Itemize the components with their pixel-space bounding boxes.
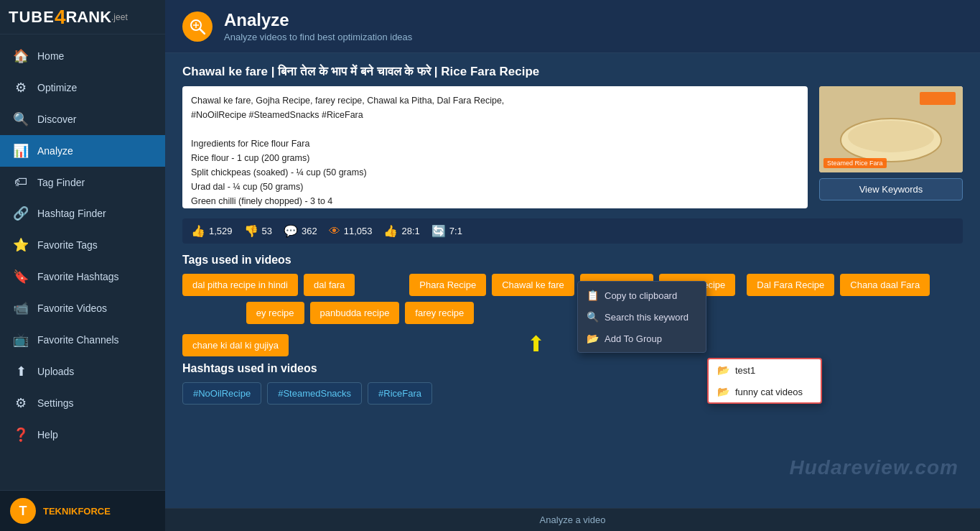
submenu-test1[interactable]: 📂 test1 [709,359,821,381]
submenu-funny-cat[interactable]: 📂 funny cat videos [709,381,821,402]
description-box[interactable]: Chawal ke fare, Gojha Recipe, farey reci… [182,86,808,208]
stat-dislikes: 👎 53 [244,224,272,238]
sidebar-label-discover: Discover [37,114,76,125]
sidebar-label-hashtag-finder: Hashtag Finder [37,208,106,219]
sidebar-item-uploads[interactable]: ⬆ Uploads [0,356,165,387]
footer-brand: TEKNIKFORCE [43,506,111,517]
ratio1-icon: 👍 [383,224,398,238]
favorite-hashtags-icon: 🔖 [13,269,29,285]
thumb-label: Steamed Rice Fara [823,158,887,168]
header-text: Analyze Analyze videos to find best opti… [224,10,412,42]
tag-finder-icon: 🏷 [13,175,29,190]
tag-dal-fara-recipe[interactable]: Dal Fara Recipe [747,274,834,296]
uploads-icon: ⬆ [13,364,29,379]
logo-rank: RANK [65,8,111,27]
arrow-indicator: ⬆ [527,331,545,356]
context-menu: 📋 Copy to clipboard 🔍 Search this keywor… [577,281,706,353]
sidebar-item-hashtag-finder[interactable]: 🔗 Hashtag Finder [0,198,165,229]
tag-panbudda[interactable]: panbudda recipe [310,302,400,324]
hashtag-ricefara[interactable]: #RiceFara [368,382,432,405]
ratio2-value: 7:1 [449,226,462,236]
view-keywords-button[interactable]: View Keywords [819,178,963,200]
optimize-icon: ⚙ [13,80,29,96]
sidebar-item-optimize[interactable]: ⚙ Optimize [0,72,165,103]
hashtags-section-title: Hashtags used in videos [182,362,963,375]
page-title: Analyze [224,10,412,30]
sidebar-label-favorite-hashtags: Favorite Hashtags [37,271,119,282]
sidebar-item-favorite-hashtags[interactable]: 🔖 Favorite Hashtags [0,261,165,292]
sidebar-item-settings[interactable]: ⚙ Settings [0,387,165,419]
search-label: Search this keyword [605,312,689,323]
favorite-videos-icon: 📹 [13,300,29,316]
tag-chawal-fare[interactable]: Chawal ke fare [492,274,574,296]
discover-icon: 🔍 [13,111,29,127]
analyze-icon: 📊 [13,143,29,159]
context-copy[interactable]: 📋 Copy to clipboard [578,285,706,306]
logo-area: TUBE 4 RANK .jeet [0,0,165,34]
sidebar-item-discover[interactable]: 🔍 Discover [0,103,165,135]
ratio1-value: 28:1 [401,226,419,236]
dislike-icon: 👎 [244,224,258,238]
tag-dal-fara[interactable]: dal fara [304,274,355,296]
sidebar-item-help[interactable]: ❓ Help [0,419,165,451]
header: Analyze Analyze videos to find best opti… [165,0,980,53]
sidebar-item-home[interactable]: 🏠 Home [0,40,165,72]
tag-dal-pitha[interactable]: dal pitha recipe in hindi [182,274,298,296]
favorite-channels-icon: 📺 [13,332,29,348]
like-icon: 👍 [191,224,205,238]
context-search[interactable]: 🔍 Search this keyword [578,306,706,328]
submenu-label-funny-cat: funny cat videos [735,387,803,397]
ratio2-icon: 🔄 [431,224,446,238]
sidebar-nav: 🏠 Home ⚙ Optimize 🔍 Discover 📊 Analyze 🏷… [0,34,165,490]
sidebar-item-favorite-tags[interactable]: ⭐ Favorite Tags [0,229,165,261]
submenu-icon-test1: 📂 [717,364,729,376]
sidebar-item-favorite-channels[interactable]: 📺 Favorite Channels [0,324,165,356]
main-content: Chawal ke fare | बिना तेल के भाप में बने… [165,53,980,508]
tag-chana-daal[interactable]: Chana daal Fara [840,274,930,296]
sidebar-item-analyze[interactable]: 📊 Analyze [0,135,165,167]
stat-likes: 👍 1,529 [191,224,233,238]
copy-label: Copy to clipboard [605,290,677,301]
sidebar-item-favorite-videos[interactable]: 📹 Favorite Videos [0,292,165,324]
sidebar-label-optimize: Optimize [37,82,77,93]
description-text: Chawal ke fare, Gojha Recipe, farey reci… [191,96,504,208]
sidebar-label-tag-finder: Tag Finder [37,177,85,188]
svg-line-1 [200,29,205,34]
sidebar-label-uploads: Uploads [37,366,74,377]
sidebar: TUBE 4 RANK .jeet 🏠 Home ⚙ Optimize 🔍 Di… [0,0,165,531]
thumb-image: Steamed Rice Fara [819,86,963,172]
sidebar-label-settings: Settings [37,397,74,409]
footer-text: Analyze a video [540,514,606,525]
copy-icon: 📋 [587,290,599,301]
tag-chane-ki-dal[interactable]: chane ki dal ki gujiya [182,334,289,356]
comments-count: 362 [302,226,317,236]
dislikes-count: 53 [262,226,272,236]
stat-comments: 💬 362 [284,224,317,238]
video-thumb-area: Steamed Rice Fara View Keywords [819,86,963,208]
footer-bar: Analyze a video [165,508,980,531]
submenu-label-test1: test1 [735,365,755,376]
stat-ratio1: 👍 28:1 [383,224,419,238]
comment-icon: 💬 [284,224,298,238]
logo-four: 4 [55,6,66,29]
hashtag-nooil[interactable]: #NoOilRecipe [182,382,261,405]
sidebar-label-favorite-videos: Favorite Videos [37,303,107,314]
tag-farey[interactable]: farey recipe [405,302,474,324]
tags-section-title: Tags used in videos [182,254,963,267]
hashtag-steamed[interactable]: #SteamedSnacks [267,382,362,405]
context-add-group[interactable]: 📂 Add To Group 📂 test1 📂 funny cat video… [578,328,706,349]
analyze-header-icon [182,11,213,42]
likes-count: 1,529 [209,226,233,236]
views-count: 11,053 [344,226,373,236]
view-icon: 👁 [329,225,340,238]
sidebar-item-tag-finder[interactable]: 🏷 Tag Finder [0,167,165,198]
help-icon: ❓ [13,427,29,443]
tag-phara[interactable]: Phara Recipe [409,274,486,296]
tag-ey-recipe-vis[interactable]: ey recipe [246,302,304,324]
svg-rect-7 [920,92,956,105]
settings-icon: ⚙ [13,395,29,411]
sidebar-label-home: Home [37,50,64,62]
home-icon: 🏠 [13,48,29,64]
favorite-tags-icon: ⭐ [13,237,29,253]
hashtag-finder-icon: 🔗 [13,206,29,221]
